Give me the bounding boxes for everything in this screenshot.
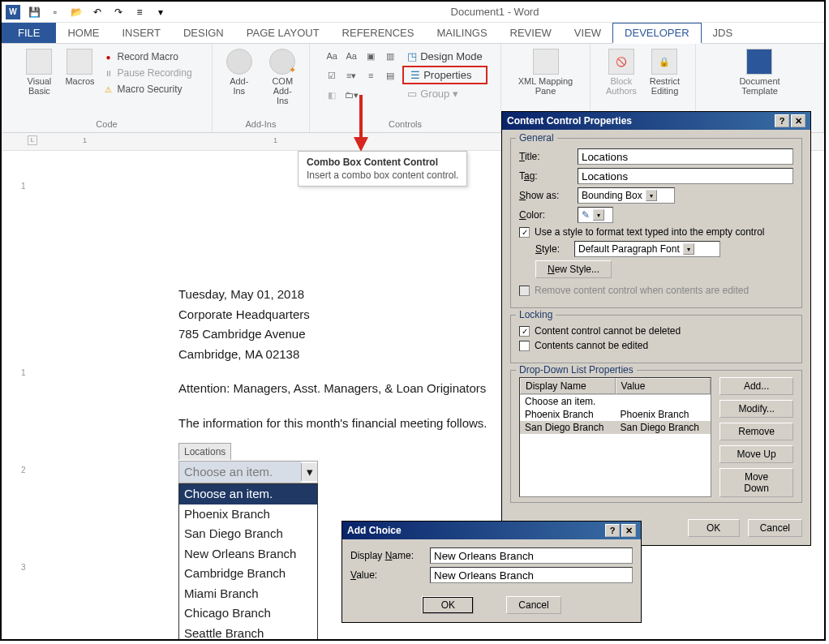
close-button-icon[interactable]: ✕ [621,524,636,537]
cannot-delete-label: Content control cannot be deleted [535,325,681,337]
chevron-down-icon: ▾ [683,243,694,255]
macro-security-button[interactable]: ⚠Macro Security [103,83,192,96]
tab-file[interactable]: FILE [2,23,56,43]
pause-icon: ⏸ [103,67,114,79]
fieldset-locking: Locking ✓Content control cannot be delet… [510,315,802,363]
remove-label: Remove content control when contents are… [535,285,749,296]
showas-select[interactable]: Bounding Box▾ [578,187,675,204]
combo-option[interactable]: Miami Branch [179,584,317,604]
ok-button[interactable]: OK [688,519,740,537]
design-mode-button[interactable]: ◳Design Mode [402,49,488,64]
security-icon: ⚠ [103,84,114,95]
dropdown-list-table[interactable]: Display Name Value Choose an item. Phoen… [519,377,711,497]
xml-mapping-button[interactable]: XML Mapping Pane [513,47,578,97]
ribbon-group-addins: Add-Ins ✦COM Add-Ins Add-Ins [213,44,310,132]
ribbon-group-code: Visual Basic Macros ●Record Macro ⏸Pause… [2,44,213,132]
visual-basic-button[interactable]: Visual Basic [21,47,57,97]
dialog-titlebar[interactable]: Add Choice ? ✕ [342,522,641,539]
undo-icon[interactable]: ↶ [89,4,105,20]
use-style-label: Use a style to format text typed into th… [535,226,764,238]
tab-design[interactable]: DESIGN [172,23,235,43]
red-arrow-annotation [352,95,370,152]
tab-jds[interactable]: JDS [702,23,745,43]
combo-option[interactable]: New Orleans Branch [179,544,317,565]
remove-checkbox [519,286,530,296]
group-label-addins: Add-Ins [246,119,277,131]
record-macro-button[interactable]: ●Record Macro [103,50,192,63]
new-style-button[interactable]: New Style... [535,260,612,278]
dialog-title: Content Control Properties [507,115,773,127]
dropdown-control-icon[interactable]: ≡ [362,67,380,84]
tab-references[interactable]: REFERENCES [331,23,426,43]
checkbox-control-icon[interactable]: ☑ [323,67,341,84]
col-display-name[interactable]: Display Name [520,378,616,394]
repeating-section-icon: ◧ [323,86,341,104]
document-template-button[interactable]: Document Template [734,47,784,97]
tag-input[interactable] [578,168,793,184]
open-icon[interactable]: 📂 [68,4,84,20]
cannot-edit-checkbox[interactable] [519,341,530,351]
tab-insert[interactable]: INSERT [110,23,171,43]
combo-option[interactable]: Seattle Branch [179,624,317,640]
building-block-control-icon[interactable]: ▥ [381,47,399,65]
use-style-checkbox[interactable]: ✓ [519,227,530,238]
ok-button[interactable]: OK [422,596,474,614]
move-up-button[interactable]: Move Up [719,445,793,463]
rich-text-control-icon[interactable]: Aa [323,47,341,65]
save-icon[interactable]: 💾 [26,4,42,20]
tab-page-layout[interactable]: PAGE LAYOUT [235,23,331,43]
list-row[interactable]: Choose an item. [520,395,711,408]
tab-developer[interactable]: DEVELOPER [612,23,701,44]
qat-more-icon[interactable]: ≡ [131,4,148,20]
tab-home[interactable]: HOME [56,23,110,43]
cannot-edit-label: Contents cannot be edited [535,340,648,351]
title-input[interactable] [578,148,793,165]
cancel-button[interactable]: Cancel [748,519,802,537]
style-select[interactable]: Default Paragraph Font▾ [574,241,720,257]
dialog-titlebar[interactable]: Content Control Properties ? ✕ [502,112,810,130]
picture-control-icon[interactable]: ▣ [362,47,380,65]
new-blank-icon[interactable]: ▫ [47,4,63,20]
display-name-input[interactable] [430,547,633,564]
col-value[interactable]: Value [616,378,711,394]
remove-button[interactable]: Remove [719,423,793,440]
color-select[interactable]: ✎▾ [578,207,613,223]
combo-option[interactable]: Chicago Branch [179,603,317,624]
addins-button[interactable]: Add-Ins [219,47,260,97]
title-bar: W 💾 ▫ 📂 ↶ ↷ ≡ ▾ Document1 - Word [2,2,824,23]
plain-text-control-icon[interactable]: Aa [342,47,360,65]
move-down-button[interactable]: Move Down [719,468,793,497]
tab-view[interactable]: VIEW [563,23,612,43]
combo-dropdown-list[interactable]: Choose an item. Phoenix Branch San Diego… [178,483,318,639]
list-row[interactable]: Phoenix BranchPhoenix Branch [520,408,711,421]
combo-option[interactable]: Phoenix Branch [179,504,317,525]
cancel-button[interactable]: Cancel [506,596,561,614]
group-icon: ▭ [407,88,417,100]
modify-button[interactable]: Modify... [719,400,793,418]
macros-button[interactable]: Macros [60,47,99,88]
combo-option[interactable]: Choose an item. [179,484,317,504]
com-addins-button[interactable]: ✦COM Add-Ins [263,47,303,107]
properties-button[interactable]: ☰Properties [402,66,488,84]
help-button-icon[interactable]: ? [775,114,789,127]
combo-box-control[interactable]: Choose an item. ▾ [178,461,318,484]
label-showas: Show as: [519,190,571,201]
value-input[interactable] [430,567,633,583]
cannot-delete-checkbox[interactable]: ✓ [519,326,530,337]
combo-box-control-icon[interactable]: ≡▾ [342,67,360,84]
combo-option[interactable]: Cambridge Branch [179,564,317,584]
list-row[interactable]: San Diego BranchSan Diego Branch [520,421,711,434]
restrict-editing-button[interactable]: 🔒Restrict Editing [645,47,685,97]
group-label-code: Code [96,119,117,131]
qat-customize-icon[interactable]: ▾ [152,4,169,20]
close-button-icon[interactable]: ✕ [791,114,805,127]
combo-option[interactable]: San Diego Branch [179,524,317,544]
date-picker-control-icon[interactable]: ▤ [381,67,399,84]
help-button-icon[interactable]: ? [605,524,620,537]
add-button[interactable]: Add... [719,377,793,395]
combo-dropdown-arrow-icon[interactable]: ▾ [301,463,317,481]
tab-review[interactable]: REVIEW [499,23,563,43]
tab-mailings[interactable]: MAILINGS [425,23,498,43]
redo-icon[interactable]: ↷ [110,4,127,20]
svg-marker-1 [354,137,368,152]
